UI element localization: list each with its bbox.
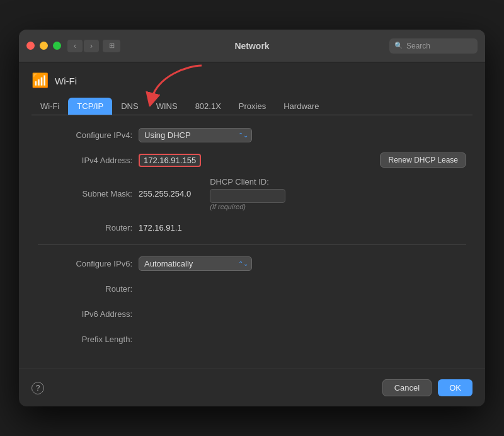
dhcp-client-id-label: DHCP Client ID: bbox=[210, 177, 285, 186]
forward-button[interactable]: › bbox=[84, 40, 99, 52]
router-label: Router: bbox=[38, 223, 139, 232]
tab-wifi[interactable]: Wi-Fi bbox=[32, 98, 68, 115]
if-required-hint: (If required) bbox=[210, 203, 285, 210]
tab-wins[interactable]: WINS bbox=[147, 98, 186, 115]
divider bbox=[38, 244, 466, 245]
configure-ipv6-label: Configure IPv6: bbox=[38, 259, 139, 268]
tab-tcpip[interactable]: TCP/IP bbox=[68, 98, 112, 115]
tab-8021x[interactable]: 802.1X bbox=[186, 98, 230, 115]
subnet-mask-value: 255.255.254.0 bbox=[139, 189, 191, 198]
footer-action-buttons: Cancel OK bbox=[382, 379, 472, 396]
minimize-button[interactable] bbox=[40, 42, 48, 50]
ipv6-address-label: IPv6 Address: bbox=[38, 309, 139, 319]
nav-buttons: ‹ › ⊞ bbox=[67, 40, 120, 52]
renew-dhcp-button[interactable]: Renew DHCP Lease bbox=[380, 152, 466, 168]
ipv4-address-value: 172.16.91.155 bbox=[139, 154, 201, 167]
tab-hardware[interactable]: Hardware bbox=[275, 98, 328, 115]
tcpip-form: Configure IPv4: Using DHCP IPv4 Address:… bbox=[32, 127, 472, 347]
footer: ? Cancel OK bbox=[19, 369, 485, 406]
window-title: Network bbox=[234, 41, 269, 51]
ipv6-router-row: Router: bbox=[38, 280, 466, 297]
ipv6-address-row: IPv6 Address: bbox=[38, 306, 466, 322]
router-value: 172.16.91.1 bbox=[139, 223, 182, 232]
configure-ipv6-select-wrapper[interactable]: Automatically bbox=[139, 256, 252, 271]
help-button[interactable]: ? bbox=[32, 382, 44, 394]
configure-ipv4-label: Configure IPv4: bbox=[38, 130, 139, 140]
ipv4-address-label: IPv4 Address: bbox=[38, 156, 139, 165]
dhcp-client-section: DHCP Client ID: (If required) bbox=[210, 177, 285, 210]
configure-ipv4-select-wrapper[interactable]: Using DHCP bbox=[139, 128, 252, 142]
ok-button[interactable]: OK bbox=[438, 379, 472, 396]
configure-ipv4-row: Configure IPv4: Using DHCP bbox=[38, 127, 466, 143]
prefix-length-label: Prefix Length: bbox=[38, 335, 139, 344]
wifi-header: 📶 Wi-Fi bbox=[32, 72, 472, 89]
cancel-button[interactable]: Cancel bbox=[382, 379, 432, 396]
tab-dns[interactable]: DNS bbox=[112, 98, 147, 115]
ipv6-router-label: Router: bbox=[38, 284, 139, 294]
search-placeholder: Search bbox=[406, 42, 430, 50]
search-icon: 🔍 bbox=[394, 42, 403, 50]
dhcp-client-id-input[interactable] bbox=[210, 189, 285, 203]
wifi-icon: 📶 bbox=[32, 72, 49, 89]
grid-button[interactable]: ⊞ bbox=[103, 40, 120, 52]
subnet-mask-label: Subnet Mask: bbox=[38, 189, 139, 198]
subnet-mask-row: Subnet Mask: 255.255.254.0 DHCP Client I… bbox=[38, 177, 466, 210]
configure-ipv6-select[interactable]: Automatically bbox=[139, 256, 252, 271]
network-window: ‹ › ⊞ Network 🔍 Search 📶 Wi-Fi Wi-Fi TCP… bbox=[19, 30, 485, 406]
tabs-bar: Wi-Fi TCP/IP DNS WINS 802.1X Proxies Har… bbox=[32, 98, 472, 115]
router-row: Router: 172.16.91.1 bbox=[38, 219, 466, 236]
prefix-length-row: Prefix Length: bbox=[38, 331, 466, 347]
configure-ipv4-select[interactable]: Using DHCP bbox=[139, 128, 252, 142]
ipv4-address-row: IPv4 Address: 172.16.91.155 Renew DHCP L… bbox=[38, 152, 466, 168]
traffic-lights bbox=[26, 42, 61, 50]
tab-proxies[interactable]: Proxies bbox=[230, 98, 275, 115]
search-box[interactable]: 🔍 Search bbox=[389, 38, 478, 54]
configure-ipv6-row: Configure IPv6: Automatically bbox=[38, 255, 466, 272]
content-area: 📶 Wi-Fi Wi-Fi TCP/IP DNS WINS 802.1X Pro… bbox=[19, 62, 485, 369]
wifi-label: Wi-Fi bbox=[55, 76, 77, 86]
maximize-button[interactable] bbox=[53, 42, 61, 50]
titlebar: ‹ › ⊞ Network 🔍 Search bbox=[19, 30, 485, 62]
back-button[interactable]: ‹ bbox=[67, 40, 83, 52]
close-button[interactable] bbox=[26, 42, 35, 50]
